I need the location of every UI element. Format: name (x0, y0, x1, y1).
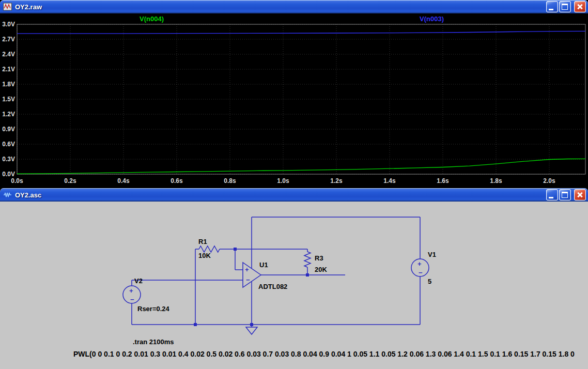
y-axis-tick-label: 1.2V (2, 111, 15, 118)
label-u1-part[interactable]: ADTL082 (258, 283, 287, 290)
tran-directive[interactable]: .tran 2100ms (133, 338, 174, 346)
minimize-button[interactable] (546, 189, 558, 201)
waveform-plot[interactable]: 0.0V0.3V0.6V0.9V1.2V1.5V1.8V2.1V2.4V2.7V… (0, 13, 588, 188)
y-axis-tick-label: 0.0V (2, 171, 15, 178)
waveform-plot-area[interactable]: 0.0V0.3V0.6V0.9V1.2V1.5V1.8V2.1V2.4V2.7V… (0, 13, 588, 188)
minimize-icon (549, 197, 553, 198)
schematic-window-titlebar[interactable]: OY2.asc (0, 188, 588, 202)
opamp-plus-input-sign: + (245, 266, 249, 273)
y-axis-tick-label: 0.9V (2, 126, 15, 133)
label-v2-param[interactable]: Rser=0.24 (137, 305, 169, 313)
schematic-window-icon[interactable] (3, 191, 12, 199)
y-axis-tick-label: 3.0V (2, 21, 15, 28)
x-axis-tick-label: 1.2s (330, 177, 343, 185)
v2-minus-sign: − (130, 296, 134, 303)
minimize-button[interactable] (546, 1, 558, 12)
y-axis-tick-label: 2.4V (2, 51, 15, 58)
x-axis-tick-label: 0.0s (11, 177, 23, 185)
label-v1-value[interactable]: 5 (428, 278, 431, 285)
window-controls (546, 1, 586, 12)
opamp-minus-input-sign: − (246, 276, 250, 283)
label-r3-name[interactable]: R3 (315, 254, 323, 262)
schematic-window: OY2.asc (0, 188, 588, 369)
waveform-window-icon[interactable] (3, 3, 12, 11)
v1-minus-sign: − (419, 269, 423, 276)
x-axis-tick-label: 0.2s (64, 177, 76, 185)
maximize-icon (562, 4, 568, 10)
y-axis-tick-label: 0.6V (2, 141, 15, 148)
x-axis-tick-label: 0.8s (224, 177, 236, 185)
trace-label-vn004[interactable]: V(n004) (140, 15, 164, 23)
maximize-icon (562, 192, 568, 198)
label-r1-value[interactable]: 10K (198, 252, 211, 259)
v1-plus-sign: + (417, 260, 422, 267)
maximize-button[interactable] (559, 189, 571, 201)
plot-window-title: OY2.raw (15, 3, 546, 11)
x-axis-tick-label: 2.0s (543, 177, 555, 185)
schematic-window-title: OY2.asc (15, 191, 546, 199)
trace-line (17, 31, 585, 34)
schematic-icon (3, 191, 12, 199)
y-axis-tick-label: 2.1V (2, 66, 15, 73)
maximize-button[interactable] (559, 1, 571, 12)
label-r3-value[interactable]: 20K (315, 266, 327, 273)
y-axis-tick-label: 1.5V (2, 96, 15, 103)
label-r1-name[interactable]: R1 (198, 238, 207, 245)
label-v2-name[interactable]: V2 (134, 277, 143, 285)
plot-window-titlebar[interactable]: OY2.raw (0, 0, 588, 13)
x-axis-tick-label: 0.6s (171, 177, 183, 185)
plot-window: OY2.raw 0.0V0.3V0.6V0.9V1.2V1.5V1.8V2.1V… (0, 0, 588, 188)
label-v1-name[interactable]: V1 (428, 251, 436, 258)
window-controls (546, 189, 586, 201)
resistor-r3[interactable] (304, 252, 311, 267)
schematic-canvas[interactable] (0, 202, 588, 369)
ground-symbol[interactable] (246, 327, 257, 334)
v2-plus-sign: + (129, 287, 133, 294)
minimize-icon (549, 9, 553, 10)
trace-line (17, 159, 585, 174)
trace-label-vn003[interactable]: V(n003) (420, 15, 444, 23)
close-button[interactable] (574, 1, 586, 12)
y-axis-tick-label: 2.7V (2, 36, 15, 43)
x-axis-tick-label: 0.4s (117, 177, 130, 185)
close-button[interactable] (574, 189, 586, 201)
x-axis-tick-label: 1.0s (277, 177, 289, 185)
y-axis-tick-label: 1.8V (2, 81, 15, 88)
x-axis-tick-label: 1.4s (383, 177, 396, 185)
x-axis-tick-label: 1.6s (437, 177, 449, 185)
y-axis-tick-label: 0.3V (2, 156, 15, 163)
x-axis-tick-label: 1.8s (490, 177, 502, 185)
wires[interactable] (132, 217, 420, 327)
label-u1-name[interactable]: U1 (259, 261, 268, 269)
pwl-directive[interactable]: PWL(0 0 0.1 0 0.2 0.01 0.3 0.01 0.4 0.02… (73, 350, 575, 358)
waveform-icon (3, 3, 12, 11)
schematic-area[interactable]: + − + − + − V2 Rser=0.24 R1 10K U1 ADTL0… (0, 202, 588, 369)
